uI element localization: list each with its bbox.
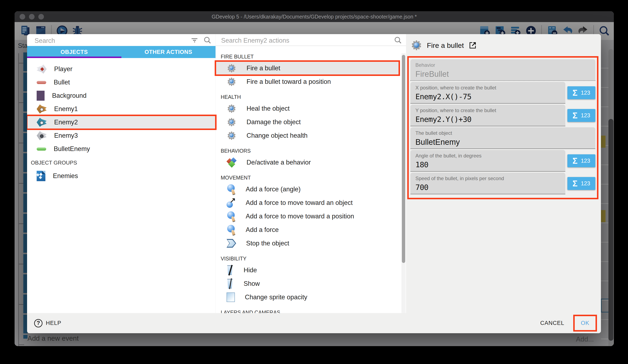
parameter-value: BulletEnemy [415, 138, 591, 147]
open-in-new-icon[interactable] [469, 41, 477, 50]
action-label: Show [244, 280, 260, 288]
action-label: Fire a bullet [246, 64, 280, 72]
object-list-item[interactable]: Enemy2 [27, 116, 216, 129]
action-label: Damage the object [246, 118, 301, 126]
action-item[interactable]: Change object health [216, 129, 399, 142]
action-editor-dialog: OBJECTS OTHER ACTIONS Player [27, 34, 601, 333]
object-list-item[interactable]: Background [27, 89, 216, 102]
action-item[interactable]: De/activate a behavior [216, 156, 399, 169]
parameter-value: Enemy2.X()-75 [415, 92, 561, 101]
object-list-item[interactable]: Enemy1 [27, 102, 216, 116]
action-section-header: MOVEMENT [216, 173, 406, 182]
object-label: Background [52, 92, 86, 99]
sigma-icon: Σ [572, 111, 577, 120]
parameter-row: The bullet object BulletEnemy [410, 127, 595, 149]
action-label: Hide [244, 266, 257, 274]
action-section-header: HEALTH [216, 92, 406, 102]
action-item[interactable]: Damage the object [216, 115, 399, 129]
action-label: De/activate a behavior [246, 159, 311, 166]
parameter-field[interactable]: X position, where to create the bullet E… [410, 82, 565, 104]
action-label: Add a force (angle) [246, 185, 301, 193]
object-label: Player [54, 65, 73, 73]
objects-panel: OBJECTS OTHER ACTIONS Player [27, 34, 216, 313]
object-group-item[interactable]: Enemies [27, 169, 216, 183]
parameter-field[interactable]: The bullet object BulletEnemy [410, 127, 595, 149]
actions-scrollbar-thumb[interactable] [402, 55, 405, 263]
action-item[interactable]: Hide [216, 263, 399, 277]
gear-icon [411, 40, 422, 51]
behavior-icon [227, 157, 236, 168]
parameter-row: X position, where to create the bullet E… [410, 82, 595, 104]
opacity-icon [227, 293, 235, 302]
object-label: Enemy3 [54, 132, 78, 139]
action-label: Add a force to move toward a position [246, 213, 354, 220]
gear-icon [227, 131, 236, 141]
bullet-red-icon [37, 81, 46, 84]
parameter-label: Angle of the bullet, in degrees [415, 153, 561, 159]
cancel-button[interactable]: CANCEL [535, 316, 569, 330]
action-item[interactable]: Change sprite opacity [216, 290, 399, 304]
bullet-green-icon [37, 147, 46, 151]
sigma-icon: Σ [572, 157, 577, 165]
sigma-icon: Σ [572, 89, 577, 97]
object-list-item[interactable]: BulletEnemy [27, 142, 216, 156]
objects-search-input[interactable] [27, 34, 216, 46]
action-item[interactable]: Add a force to move toward an object [216, 196, 399, 209]
actions-search-input[interactable] [216, 34, 406, 46]
parameter-label: Speed of the bullet, in pixels per secon… [415, 176, 561, 181]
parameter-row: Speed of the bullet, in pixels per secon… [410, 173, 595, 194]
object-list-item[interactable]: Player [27, 62, 216, 76]
object-groups-list: Enemies [27, 169, 216, 183]
force-toward-object-icon [227, 198, 236, 208]
expression-editor-button[interactable]: Σ 123 [567, 86, 595, 99]
expression-editor-button[interactable]: Σ 123 [567, 109, 595, 122]
parameter-row: Behavior FireBullet [410, 59, 595, 81]
parameter-field[interactable]: Behavior FireBullet [410, 59, 595, 81]
expression-editor-button[interactable]: Σ 123 [567, 154, 595, 167]
action-item[interactable]: Add a force to move toward a position [216, 209, 399, 223]
dialog-footer: ? HELP CANCEL OK [27, 313, 601, 333]
action-item[interactable]: Show [216, 277, 399, 290]
expression-123-label: 123 [581, 90, 590, 96]
action-item[interactable]: Heal the object [216, 102, 399, 115]
search-icon[interactable] [203, 36, 212, 45]
object-list-item[interactable]: Bullet [27, 76, 216, 89]
object-tabs: OBJECTS OTHER ACTIONS [27, 46, 216, 58]
gear-icon [227, 104, 236, 114]
object-label: Enemy2 [54, 119, 78, 126]
ok-button[interactable]: OK [581, 320, 589, 326]
action-item[interactable]: Fire a bullet toward a position [216, 75, 399, 88]
parameter-value: 180 [415, 160, 561, 169]
hide-icon [227, 265, 234, 275]
parameter-field[interactable]: Y position, where to create the bullet E… [410, 105, 565, 126]
expression-editor-button[interactable]: Σ 123 [567, 177, 595, 190]
filter-icon[interactable] [190, 36, 199, 45]
help-icon: ? [34, 319, 42, 327]
show-icon [227, 279, 234, 289]
parameter-row: Y position, where to create the bullet E… [410, 105, 595, 126]
action-item[interactable]: Add a force (angle) [216, 182, 399, 196]
actions-list: FIRE BULLET Fire a bullet Fire a bullet … [216, 46, 406, 313]
background-square-icon [37, 91, 45, 101]
action-item[interactable]: Add a force [216, 223, 399, 237]
tab[interactable]: OBJECTS [27, 46, 121, 58]
object-list-item[interactable]: Enemy3 [27, 129, 216, 142]
search-icon[interactable] [393, 36, 402, 45]
expression-123-label: 123 [581, 180, 590, 187]
force-icon [227, 211, 236, 221]
object-label: Bullet [54, 79, 70, 86]
parameter-field[interactable]: Speed of the bullet, in pixels per secon… [410, 173, 565, 194]
action-item[interactable]: Fire a bullet [216, 61, 399, 75]
help-label: HELP [46, 320, 61, 326]
help-button[interactable]: ? HELP [34, 319, 61, 327]
objects-search-row [27, 34, 216, 46]
force-icon [227, 225, 236, 235]
parameter-label: The bullet object [415, 130, 591, 136]
expression-123-label: 123 [581, 112, 590, 119]
tab[interactable]: OTHER ACTIONS [121, 46, 216, 58]
parameter-field[interactable]: Angle of the bullet, in degrees 180 [410, 150, 565, 172]
action-label: Stop the object [246, 240, 289, 247]
action-label: Change sprite opacity [245, 294, 307, 301]
group-label: Enemies [53, 172, 78, 180]
action-item[interactable]: Stop the object [216, 237, 399, 250]
